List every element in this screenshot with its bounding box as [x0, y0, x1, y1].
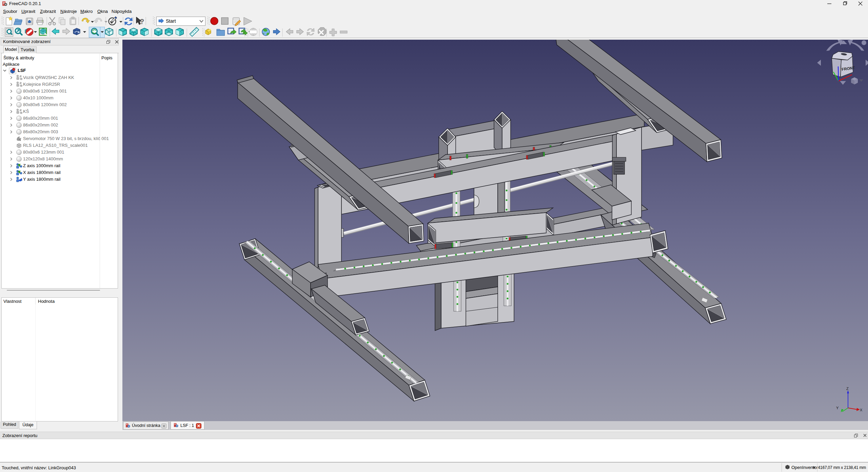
svg-text:Start: Start — [166, 18, 176, 24]
svg-text:X: X — [860, 408, 863, 412]
svg-text:?: ? — [140, 17, 144, 26]
svg-text:Z: Z — [846, 387, 849, 391]
svg-text:Y: Y — [836, 406, 839, 410]
